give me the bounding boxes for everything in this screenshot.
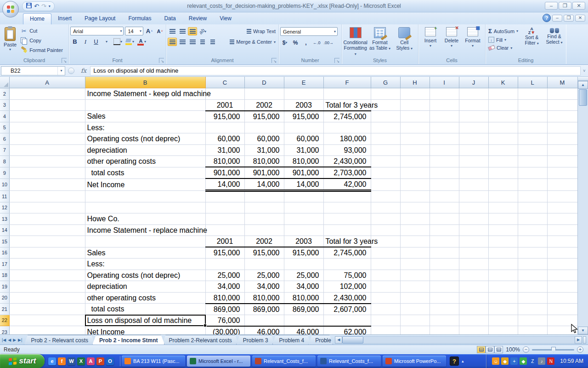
cell-J11[interactable]: [459, 191, 488, 202]
cell-D16[interactable]: 915,000: [244, 247, 284, 259]
cell-D10[interactable]: 14,000: [244, 178, 284, 191]
cell-E16[interactable]: 915,000: [284, 247, 323, 259]
cell-G23[interactable]: [371, 326, 400, 335]
quicklaunch-outlook-icon[interactable]: O: [106, 357, 114, 365]
cell-I20[interactable]: [430, 292, 459, 304]
office-button[interactable]: [2, 1, 19, 17]
column-header-K[interactable]: K: [488, 77, 518, 88]
cell-I18[interactable]: [430, 270, 459, 281]
cell-F14[interactable]: [323, 224, 371, 236]
quicklaunch-word-icon[interactable]: W: [68, 357, 75, 365]
cell-M9[interactable]: [547, 167, 577, 178]
cell-F3[interactable]: Total for 3 years: [323, 99, 371, 111]
cell-D13[interactable]: [244, 213, 284, 225]
bottom-align-button[interactable]: [188, 27, 197, 35]
cell-M6[interactable]: [547, 133, 577, 145]
cell-L15[interactable]: [518, 236, 547, 247]
sheet-tab-prob-2-relevant-costs[interactable]: Prob 2 - Relevant costs: [24, 335, 95, 345]
cell-J13[interactable]: [459, 213, 488, 225]
cell-C7[interactable]: 31,000: [205, 144, 244, 156]
cell-G19[interactable]: [371, 281, 400, 293]
cell-L19[interactable]: [518, 281, 547, 293]
cell-E13[interactable]: [284, 213, 323, 225]
column-header-I[interactable]: I: [430, 77, 459, 88]
zoom-level[interactable]: 100%: [506, 346, 520, 353]
align-center-button[interactable]: [178, 38, 187, 46]
cell-F19[interactable]: 102,000: [323, 281, 371, 293]
cell-C6[interactable]: 60,000: [205, 133, 244, 145]
restore-button[interactable]: ❐: [559, 2, 571, 10]
cell-D12[interactable]: [244, 202, 284, 213]
cell-A16[interactable]: [9, 247, 85, 259]
cell-E8[interactable]: 810,000: [284, 156, 323, 167]
sheet-tab-problem-4[interactable]: Problem 4: [272, 335, 311, 345]
cell-F22[interactable]: [323, 315, 371, 326]
cell-H4[interactable]: [400, 111, 430, 122]
column-header-C[interactable]: C: [205, 77, 244, 88]
cell-H2[interactable]: [400, 88, 430, 100]
cell-E20[interactable]: 810,000: [284, 292, 323, 304]
cell-K7[interactable]: [488, 144, 518, 156]
cell-B15[interactable]: [85, 236, 205, 247]
row-header-16[interactable]: 16: [0, 247, 9, 259]
autosum-button[interactable]: ΣAutoSum▾: [487, 27, 520, 35]
cell-C11[interactable]: [205, 191, 244, 202]
cell-G7[interactable]: [371, 144, 400, 156]
horizontal-scrollbar[interactable]: ◀ ▶: [335, 336, 586, 344]
cell-E21[interactable]: 869,000: [284, 304, 323, 315]
help-icon[interactable]: ?: [543, 14, 551, 22]
tray-networx-icon[interactable]: N: [547, 357, 554, 365]
cell-F16[interactable]: 2,745,000: [323, 247, 371, 259]
taskbar-task-document[interactable]: Relevant_Costs_f...: [252, 356, 316, 367]
cell-L18[interactable]: [518, 270, 547, 281]
cell-B9[interactable]: total costs: [85, 167, 205, 178]
minimize-button[interactable]: –: [545, 2, 558, 10]
cell-A3[interactable]: [9, 99, 85, 111]
cell-A14[interactable]: [9, 224, 85, 236]
cell-G20[interactable]: [371, 292, 400, 304]
cell-G11[interactable]: [371, 191, 400, 202]
cell-B21[interactable]: total costs: [85, 304, 205, 315]
cell-K9[interactable]: [488, 167, 518, 178]
cell-E19[interactable]: 34,000: [284, 281, 323, 293]
cell-J20[interactable]: [459, 292, 488, 304]
cell-K11[interactable]: [488, 191, 518, 202]
cell-F2[interactable]: [323, 88, 371, 100]
cell-K21[interactable]: [488, 304, 518, 315]
row-header-20[interactable]: 20: [0, 292, 9, 304]
cell-L22[interactable]: [518, 315, 547, 326]
cell-B5[interactable]: Less:: [85, 122, 205, 133]
sort-filter-button[interactable]: AZ▼ Sort & Filter ▾: [521, 26, 542, 57]
accounting-format-button[interactable]: $▾: [280, 38, 289, 47]
cell-D7[interactable]: 31,000: [244, 144, 284, 156]
cell-J17[interactable]: [459, 259, 488, 270]
quicklaunch-internet-explorer-icon[interactable]: e: [48, 357, 56, 365]
sheet-tab-prob-2-income-stmnt[interactable]: Prob 2 - Income Stmnt: [92, 335, 164, 345]
cell-C21[interactable]: 869,000: [205, 304, 244, 315]
cell-B14[interactable]: Income Statement - replace machine: [85, 224, 205, 236]
name-box-dropdown-icon[interactable]: ▾: [57, 67, 65, 75]
name-box-input[interactable]: [1, 68, 57, 74]
quicklaunch-firefox-icon[interactable]: f: [58, 357, 66, 365]
cell-L3[interactable]: [518, 99, 547, 111]
underline-menu-button[interactable]: ▾: [102, 37, 111, 46]
cell-M2[interactable]: [547, 88, 577, 100]
cell-J3[interactable]: [459, 99, 488, 111]
cell-F5[interactable]: [323, 122, 371, 133]
cell-G13[interactable]: [371, 213, 400, 225]
cell-G17[interactable]: [371, 259, 400, 270]
decrease-decimal-button[interactable]: .00→: [323, 38, 335, 47]
cell-H16[interactable]: [400, 247, 430, 259]
cell-H11[interactable]: [400, 191, 430, 202]
ribbon-tab-data[interactable]: Data: [158, 13, 182, 24]
cell-A12[interactable]: [9, 202, 85, 213]
cell-J21[interactable]: [459, 304, 488, 315]
tray-volume-icon[interactable]: ♪: [538, 357, 545, 365]
normal-view-button[interactable]: [477, 346, 486, 353]
cell-I23[interactable]: [430, 326, 459, 335]
cell-I21[interactable]: [430, 304, 459, 315]
scroll-down-icon[interactable]: ▼: [578, 327, 588, 334]
cell-A18[interactable]: [9, 270, 85, 281]
cell-H10[interactable]: [400, 178, 430, 191]
cell-J23[interactable]: [459, 326, 488, 335]
